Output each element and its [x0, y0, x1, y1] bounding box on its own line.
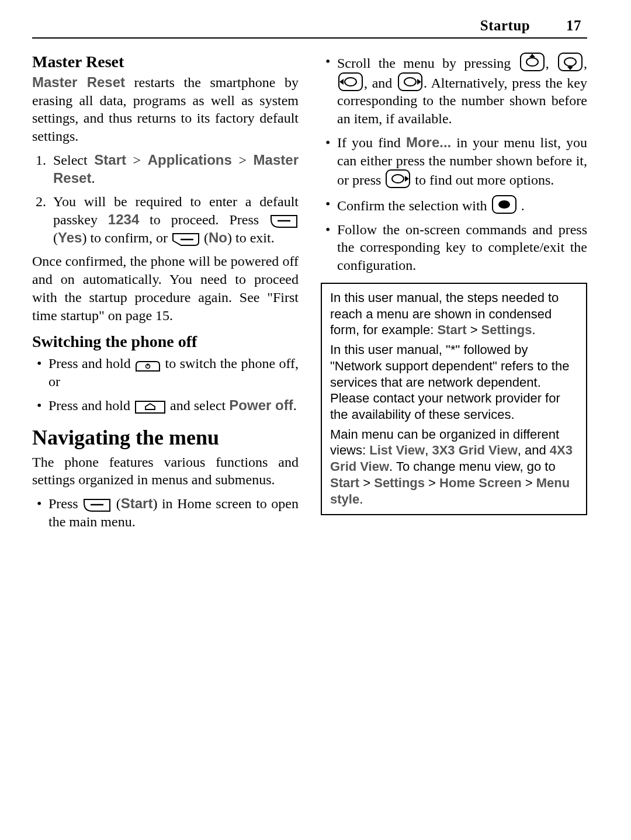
running-header: Startup 17 [32, 18, 587, 34]
dpad-right-icon [398, 72, 422, 91]
softkey-left-icon [84, 499, 110, 512]
header-rule [32, 37, 587, 39]
dpad-right-icon [386, 169, 410, 188]
switch-off-item-2: Press and hold and select Power off. [48, 397, 299, 415]
heading-master-reset: Master Reset [32, 53, 299, 71]
nav-item-more: If you find More... in your menu list, y… [337, 134, 587, 189]
power-key-icon [136, 361, 160, 372]
manual-page: Startup 17 Master Reset Master Reset res… [0, 0, 631, 565]
nav-item-follow: Follow the on-screen commands and press … [337, 221, 587, 275]
label-master-reset: Master Reset [32, 74, 125, 90]
master-reset-steps: Select Start > Applications > Master Res… [32, 151, 299, 247]
master-reset-intro: Master Reset restarts the smartphone by … [32, 74, 299, 145]
dpad-center-icon [492, 195, 516, 214]
step-1: Select Start > Applications > Master Res… [50, 151, 299, 187]
note-line-1: In this user manual, the steps needed to… [330, 290, 578, 338]
note-line-2: In this user manual, "*" followed by "Ne… [330, 342, 578, 423]
softkey-left-icon [271, 215, 297, 228]
two-column-body: Master Reset Master Reset restarts the s… [32, 53, 587, 530]
switch-off-item-1: Press and hold to switch the phone off, … [48, 355, 299, 390]
heading-navigating-menu: Navigating the menu [32, 425, 299, 450]
switch-off-list: Press and hold to switch the phone off, … [32, 355, 299, 414]
softkey-right-icon [172, 233, 199, 246]
nav-intro: The phone features various functions and… [32, 453, 299, 489]
page-number: 17 [566, 18, 581, 34]
home-key-icon [135, 401, 165, 414]
heading-switch-off: Switching the phone off [32, 332, 299, 351]
step-2: You will be required to enter a default … [50, 193, 299, 247]
chapter-name: Startup [480, 18, 530, 33]
master-reset-after: Once confirmed, the phone will be powere… [32, 252, 299, 324]
nav-item-confirm: Confirm the selection with . [337, 195, 587, 215]
dpad-left-icon [338, 72, 363, 91]
dpad-up-icon [520, 53, 545, 71]
dpad-down-icon [558, 53, 583, 71]
note-line-3: Main menu can be organized in different … [330, 426, 578, 508]
nav-item-scroll: Scroll the menu by pressing , , , and . … [337, 53, 587, 128]
nav-item-press-start: Press (Start) in Home screen to open the… [48, 495, 299, 530]
note-box: In this user manual, the steps needed to… [321, 283, 587, 515]
